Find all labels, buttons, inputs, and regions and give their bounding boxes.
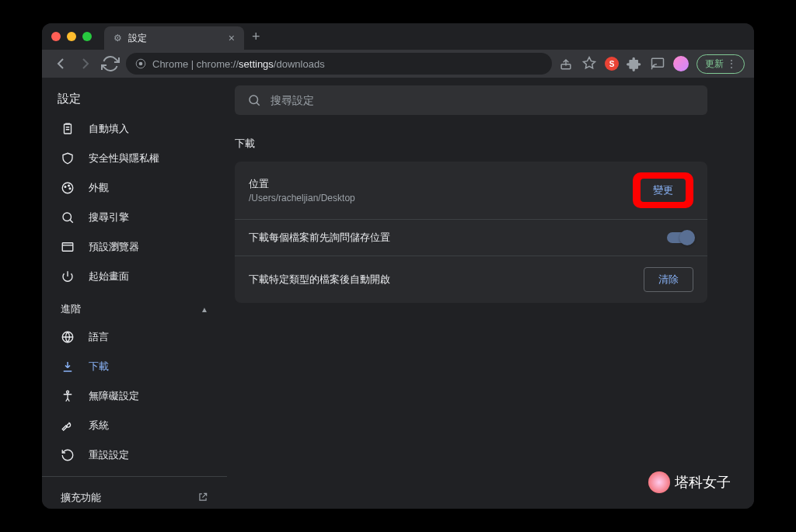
settings-search[interactable] xyxy=(235,85,707,115)
shield-icon xyxy=(61,151,75,165)
maximize-window-button[interactable] xyxy=(82,32,92,41)
sidebar-item-privacy[interactable]: 安全性與隱私權 xyxy=(42,144,227,173)
autoopen-label: 下載特定類型的檔案後自動開啟 xyxy=(249,273,390,287)
titlebar: ⚙ 設定 × + xyxy=(42,23,754,50)
browser-toolbar: Chrome | chrome://settings/downloads S 更… xyxy=(42,50,754,78)
svg-point-9 xyxy=(63,213,72,221)
sidebar-item-downloads[interactable]: 下載 xyxy=(42,352,227,381)
reload-button[interactable] xyxy=(101,54,120,73)
sidebar-label: 自動填入 xyxy=(89,122,129,136)
svg-point-8 xyxy=(69,188,71,190)
back-button[interactable] xyxy=(51,54,70,73)
extension-s-icon[interactable]: S xyxy=(605,57,619,71)
accessibility-icon xyxy=(61,389,75,403)
sidebar-item-extensions[interactable]: 擴充功能 xyxy=(42,483,227,509)
sidebar-item-autofill[interactable]: 自動填入 xyxy=(42,114,227,144)
sidebar-item-search[interactable]: 搜尋引擎 xyxy=(42,203,227,232)
forward-button[interactable] xyxy=(76,54,95,73)
extensions-icon[interactable] xyxy=(627,56,642,71)
share-icon[interactable] xyxy=(558,56,574,71)
sidebar-label: 系統 xyxy=(89,419,109,433)
watermark-icon xyxy=(648,471,670,493)
sidebar-label: 語言 xyxy=(89,330,109,344)
ask-before-download-row: 下載每個檔案前先詢問儲存位置 xyxy=(235,220,707,256)
sidebar-item-accessibility[interactable]: 無障礙設定 xyxy=(42,381,227,411)
location-label: 位置 xyxy=(249,177,355,191)
svg-rect-4 xyxy=(65,124,72,134)
chevron-up-icon: ▲ xyxy=(201,305,208,314)
downloads-card: 位置 /Users/racheljian/Desktop 變更 下載每個檔案前先… xyxy=(235,162,707,303)
svg-point-7 xyxy=(68,185,70,186)
sidebar-label: 起始畫面 xyxy=(89,269,129,283)
svg-point-6 xyxy=(65,186,66,188)
sidebar-label: 無障礙設定 xyxy=(89,389,139,403)
sidebar-label: 重設設定 xyxy=(89,448,129,462)
section-title: 下載 xyxy=(235,137,707,151)
external-link-icon xyxy=(197,492,208,505)
highlight-box: 變更 xyxy=(633,172,693,208)
settings-sidebar: 設定 自動填入 安全性與隱私權 外觀 搜尋引擎 xyxy=(42,78,227,509)
wrench-icon xyxy=(61,419,75,433)
sidebar-item-system[interactable]: 系統 xyxy=(42,411,227,440)
search-input[interactable] xyxy=(271,94,695,106)
browser-icon xyxy=(61,240,75,254)
close-tab-icon[interactable]: × xyxy=(229,32,235,44)
ask-label: 下載每個檔案前先詢問儲存位置 xyxy=(249,231,390,245)
change-button[interactable]: 變更 xyxy=(641,179,686,202)
download-location-row: 位置 /Users/racheljian/Desktop 變更 xyxy=(235,162,707,220)
svg-point-12 xyxy=(67,391,69,393)
search-icon xyxy=(61,210,75,224)
sidebar-label: 搜尋引擎 xyxy=(89,210,129,224)
clear-button[interactable]: 清除 xyxy=(644,267,693,292)
sidebar-item-startup[interactable]: 起始畫面 xyxy=(42,262,227,291)
sidebar-item-reset[interactable]: 重設設定 xyxy=(42,440,227,470)
bookmark-icon[interactable] xyxy=(581,56,597,71)
sidebar-label: 安全性與隱私權 xyxy=(89,151,159,165)
update-button[interactable]: 更新⋮ xyxy=(696,54,745,74)
download-icon xyxy=(61,360,75,374)
settings-main: 下載 位置 /Users/racheljian/Desktop 變更 下載每個檔… xyxy=(227,78,754,509)
toolbar-actions: S 更新⋮ xyxy=(558,54,745,74)
sidebar-advanced-toggle[interactable]: 進階 ▲ xyxy=(42,291,227,322)
ask-toggle[interactable] xyxy=(667,232,693,243)
url-text: Chrome | chrome://settings/downloads xyxy=(152,58,325,70)
profile-avatar[interactable] xyxy=(673,56,689,71)
page-title: 設定 xyxy=(42,78,227,114)
browser-tab[interactable]: ⚙ 設定 × xyxy=(104,26,244,50)
window-controls xyxy=(51,32,92,41)
watermark: 塔科女子 xyxy=(648,471,731,493)
new-tab-button[interactable]: + xyxy=(252,29,260,45)
power-icon xyxy=(61,269,75,283)
sidebar-item-appearance[interactable]: 外觀 xyxy=(42,173,227,203)
chrome-icon xyxy=(135,58,146,69)
sidebar-item-languages[interactable]: 語言 xyxy=(42,322,227,352)
svg-point-13 xyxy=(250,96,258,104)
tab-title: 設定 xyxy=(128,32,222,45)
sidebar-label: 預設瀏覽器 xyxy=(89,240,139,254)
search-icon xyxy=(247,93,261,107)
minimize-window-button[interactable] xyxy=(67,32,76,41)
svg-point-5 xyxy=(62,183,73,193)
clipboard-icon xyxy=(61,122,75,136)
settings-content: 設定 自動填入 安全性與隱私權 外觀 搜尋引擎 xyxy=(42,78,754,509)
restore-icon xyxy=(61,448,75,462)
sidebar-item-default-browser[interactable]: 預設瀏覽器 xyxy=(42,232,227,262)
location-path: /Users/racheljian/Desktop xyxy=(249,193,355,203)
gear-icon: ⚙ xyxy=(113,33,122,43)
address-bar[interactable]: Chrome | chrome://settings/downloads xyxy=(126,53,552,75)
globe-icon xyxy=(61,330,75,344)
browser-window: ⚙ 設定 × + Chrome | chrome://settings/down… xyxy=(42,23,754,509)
svg-point-1 xyxy=(139,62,143,66)
sidebar-label: 外觀 xyxy=(89,181,109,195)
close-window-button[interactable] xyxy=(51,32,61,41)
cast-icon[interactable] xyxy=(650,56,665,71)
svg-rect-10 xyxy=(62,243,73,252)
sidebar-label: 下載 xyxy=(89,360,109,374)
auto-open-row: 下載特定類型的檔案後自動開啟 清除 xyxy=(235,256,707,303)
palette-icon xyxy=(61,181,75,195)
